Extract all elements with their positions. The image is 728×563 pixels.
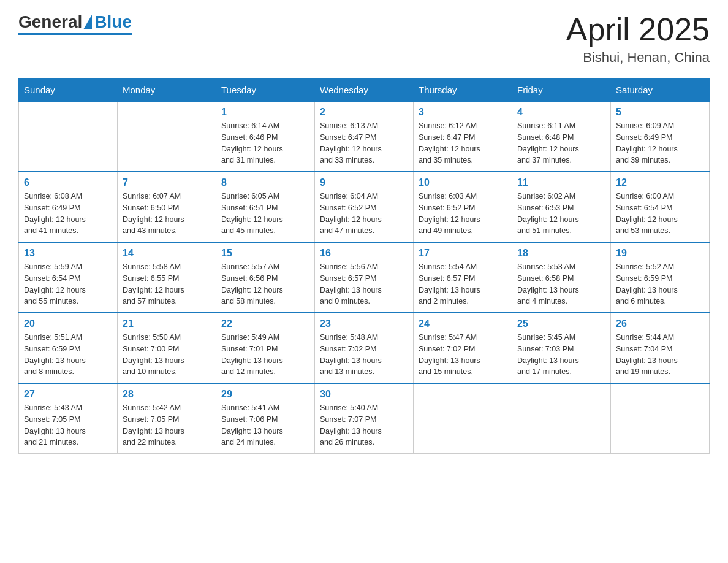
- day-number: 1: [221, 107, 309, 118]
- day-info: Sunrise: 5:41 AMSunset: 7:06 PMDaylight:…: [221, 402, 309, 448]
- location: Bishui, Henan, China: [566, 50, 710, 66]
- day-info: Sunrise: 5:52 AMSunset: 6:59 PMDaylight:…: [616, 261, 704, 307]
- logo-general: General: [18, 12, 82, 32]
- day-info: Sunrise: 6:09 AMSunset: 6:49 PMDaylight:…: [616, 120, 704, 166]
- calendar-cell: 8Sunrise: 6:05 AMSunset: 6:51 PMDaylight…: [216, 172, 315, 242]
- calendar-cell: 14Sunrise: 5:58 AMSunset: 6:55 PMDayligh…: [118, 242, 216, 313]
- calendar-cell: 15Sunrise: 5:57 AMSunset: 6:56 PMDayligh…: [216, 242, 315, 313]
- day-info: Sunrise: 5:56 AMSunset: 6:57 PMDaylight:…: [320, 261, 408, 307]
- calendar-cell: [19, 102, 118, 172]
- day-info: Sunrise: 6:12 AMSunset: 6:47 PMDaylight:…: [419, 120, 507, 166]
- day-number: 22: [221, 318, 309, 329]
- calendar-cell: 18Sunrise: 5:53 AMSunset: 6:58 PMDayligh…: [512, 242, 611, 313]
- day-info: Sunrise: 6:03 AMSunset: 6:52 PMDaylight:…: [419, 191, 507, 237]
- calendar-cell: [118, 102, 216, 172]
- calendar-cell: 13Sunrise: 5:59 AMSunset: 6:54 PMDayligh…: [19, 242, 118, 313]
- calendar-cell: 16Sunrise: 5:56 AMSunset: 6:57 PMDayligh…: [315, 242, 414, 313]
- calendar-cell: 22Sunrise: 5:49 AMSunset: 7:01 PMDayligh…: [216, 313, 315, 383]
- calendar-cell: 7Sunrise: 6:07 AMSunset: 6:50 PMDaylight…: [118, 172, 216, 242]
- weekday-header-sunday: Sunday: [19, 79, 118, 102]
- title-section: April 2025 Bishui, Henan, China: [566, 12, 710, 66]
- calendar-week-row: 6Sunrise: 6:08 AMSunset: 6:49 PMDaylight…: [19, 172, 710, 242]
- logo-blue: Blue: [94, 12, 132, 32]
- page-header: General Blue April 2025 Bishui, Henan, C…: [18, 12, 710, 66]
- weekday-header-thursday: Thursday: [414, 79, 512, 102]
- day-info: Sunrise: 5:44 AMSunset: 7:04 PMDaylight:…: [616, 332, 704, 378]
- day-number: 15: [221, 248, 309, 259]
- day-number: 12: [616, 177, 704, 188]
- weekday-header-wednesday: Wednesday: [315, 79, 414, 102]
- day-number: 27: [24, 389, 112, 400]
- calendar-table: SundayMondayTuesdayWednesdayThursdayFrid…: [18, 78, 710, 454]
- calendar-week-row: 20Sunrise: 5:51 AMSunset: 6:59 PMDayligh…: [19, 313, 710, 383]
- day-number: 19: [616, 248, 704, 259]
- calendar-cell: [512, 383, 611, 454]
- calendar-cell: 3Sunrise: 6:12 AMSunset: 6:47 PMDaylight…: [414, 102, 512, 172]
- calendar-cell: 5Sunrise: 6:09 AMSunset: 6:49 PMDaylight…: [611, 102, 710, 172]
- day-info: Sunrise: 5:40 AMSunset: 7:07 PMDaylight:…: [320, 402, 408, 448]
- calendar-cell: [414, 383, 512, 454]
- day-number: 21: [123, 318, 211, 329]
- calendar-cell: 17Sunrise: 5:54 AMSunset: 6:57 PMDayligh…: [414, 242, 512, 313]
- calendar-cell: 30Sunrise: 5:40 AMSunset: 7:07 PMDayligh…: [315, 383, 414, 454]
- day-info: Sunrise: 5:45 AMSunset: 7:03 PMDaylight:…: [517, 332, 605, 378]
- day-info: Sunrise: 5:58 AMSunset: 6:55 PMDaylight:…: [123, 261, 211, 307]
- calendar-week-row: 1Sunrise: 6:14 AMSunset: 6:46 PMDaylight…: [19, 102, 710, 172]
- day-number: 11: [517, 177, 605, 188]
- day-number: 25: [517, 318, 605, 329]
- day-info: Sunrise: 5:47 AMSunset: 7:02 PMDaylight:…: [419, 332, 507, 378]
- calendar-cell: 28Sunrise: 5:42 AMSunset: 7:05 PMDayligh…: [118, 383, 216, 454]
- calendar-cell: 27Sunrise: 5:43 AMSunset: 7:05 PMDayligh…: [19, 383, 118, 454]
- day-info: Sunrise: 6:07 AMSunset: 6:50 PMDaylight:…: [123, 191, 211, 237]
- day-number: 4: [517, 107, 605, 118]
- day-info: Sunrise: 6:02 AMSunset: 6:53 PMDaylight:…: [517, 191, 605, 237]
- day-number: 7: [123, 177, 211, 188]
- calendar-cell: 21Sunrise: 5:50 AMSunset: 7:00 PMDayligh…: [118, 313, 216, 383]
- calendar-cell: 29Sunrise: 5:41 AMSunset: 7:06 PMDayligh…: [216, 383, 315, 454]
- day-number: 10: [419, 177, 507, 188]
- calendar-cell: 10Sunrise: 6:03 AMSunset: 6:52 PMDayligh…: [414, 172, 512, 242]
- weekday-header-friday: Friday: [512, 79, 611, 102]
- calendar-cell: 24Sunrise: 5:47 AMSunset: 7:02 PMDayligh…: [414, 313, 512, 383]
- weekday-header-monday: Monday: [118, 79, 216, 102]
- day-info: Sunrise: 5:57 AMSunset: 6:56 PMDaylight:…: [221, 261, 309, 307]
- calendar-cell: [611, 383, 710, 454]
- calendar-cell: 9Sunrise: 6:04 AMSunset: 6:52 PMDaylight…: [315, 172, 414, 242]
- day-info: Sunrise: 5:59 AMSunset: 6:54 PMDaylight:…: [24, 261, 112, 307]
- day-number: 2: [320, 107, 408, 118]
- calendar-week-row: 13Sunrise: 5:59 AMSunset: 6:54 PMDayligh…: [19, 242, 710, 313]
- day-info: Sunrise: 5:53 AMSunset: 6:58 PMDaylight:…: [517, 261, 605, 307]
- day-info: Sunrise: 6:14 AMSunset: 6:46 PMDaylight:…: [221, 120, 309, 166]
- day-number: 26: [616, 318, 704, 329]
- logo-text: General Blue: [18, 12, 132, 32]
- day-number: 6: [24, 177, 112, 188]
- day-info: Sunrise: 5:50 AMSunset: 7:00 PMDaylight:…: [123, 332, 211, 378]
- day-info: Sunrise: 5:49 AMSunset: 7:01 PMDaylight:…: [221, 332, 309, 378]
- calendar-cell: 20Sunrise: 5:51 AMSunset: 6:59 PMDayligh…: [19, 313, 118, 383]
- day-info: Sunrise: 6:04 AMSunset: 6:52 PMDaylight:…: [320, 191, 408, 237]
- calendar-cell: 23Sunrise: 5:48 AMSunset: 7:02 PMDayligh…: [315, 313, 414, 383]
- day-number: 24: [419, 318, 507, 329]
- day-number: 30: [320, 389, 408, 400]
- day-number: 5: [616, 107, 704, 118]
- day-info: Sunrise: 5:51 AMSunset: 6:59 PMDaylight:…: [24, 332, 112, 378]
- day-info: Sunrise: 6:13 AMSunset: 6:47 PMDaylight:…: [320, 120, 408, 166]
- day-number: 17: [419, 248, 507, 259]
- calendar-cell: 6Sunrise: 6:08 AMSunset: 6:49 PMDaylight…: [19, 172, 118, 242]
- day-info: Sunrise: 6:05 AMSunset: 6:51 PMDaylight:…: [221, 191, 309, 237]
- calendar-cell: 1Sunrise: 6:14 AMSunset: 6:46 PMDaylight…: [216, 102, 315, 172]
- logo-underline: [18, 33, 132, 35]
- calendar-header-row: SundayMondayTuesdayWednesdayThursdayFrid…: [19, 79, 710, 102]
- calendar-cell: 2Sunrise: 6:13 AMSunset: 6:47 PMDaylight…: [315, 102, 414, 172]
- calendar-cell: 12Sunrise: 6:00 AMSunset: 6:54 PMDayligh…: [611, 172, 710, 242]
- day-number: 14: [123, 248, 211, 259]
- weekday-header-saturday: Saturday: [611, 79, 710, 102]
- weekday-header-tuesday: Tuesday: [216, 79, 315, 102]
- day-number: 3: [419, 107, 507, 118]
- day-info: Sunrise: 6:00 AMSunset: 6:54 PMDaylight:…: [616, 191, 704, 237]
- day-number: 8: [221, 177, 309, 188]
- day-info: Sunrise: 6:11 AMSunset: 6:48 PMDaylight:…: [517, 120, 605, 166]
- day-number: 16: [320, 248, 408, 259]
- calendar-week-row: 27Sunrise: 5:43 AMSunset: 7:05 PMDayligh…: [19, 383, 710, 454]
- calendar-cell: 4Sunrise: 6:11 AMSunset: 6:48 PMDaylight…: [512, 102, 611, 172]
